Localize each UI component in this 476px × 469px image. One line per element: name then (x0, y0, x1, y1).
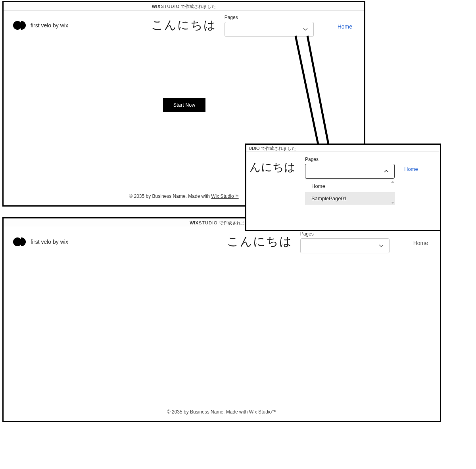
scroll-up-icon (391, 181, 394, 183)
wix-topbar: WIXSTUDIO で作成されました (4, 2, 364, 11)
header-row: first velo by wix こんにちは Pages Home (4, 11, 364, 38)
nav-home-link[interactable]: Home (404, 157, 418, 172)
dropdown-scrollbar[interactable] (391, 180, 395, 205)
nav-home-link[interactable]: Home (397, 231, 430, 246)
pages-label: Pages (305, 157, 395, 162)
site-logo-block: first velo by wix (13, 15, 68, 30)
wix-studio-text: STUDIO (161, 4, 180, 9)
pages-dropdown[interactable] (300, 238, 390, 253)
dropdown-option-samplepage01[interactable]: SamplePage01 (305, 192, 395, 205)
footer-text: © 2035 by Business Name. Made with (129, 193, 211, 199)
footer-wix-link[interactable]: Wix Studio™ (249, 409, 276, 415)
site-title: first velo by wix (31, 239, 68, 245)
pages-dropdown[interactable] (225, 22, 314, 37)
site-title: first velo by wix (31, 22, 68, 29)
greeting-text: こんにちは (227, 231, 292, 250)
preview-panel-samplepage: WIXSTUDIO で作成されました first velo by wix こんに… (2, 217, 441, 422)
greeting-text-partial: んにちは (250, 157, 296, 175)
scroll-down-icon (391, 202, 394, 204)
pages-block: Pages (225, 15, 314, 37)
pages-label: Pages (225, 15, 314, 20)
footer-text: © 2035 by Business Name. Made with (167, 409, 249, 415)
pages-dropdown-open[interactable] (305, 164, 395, 179)
wix-logo-text: WIX (190, 220, 198, 225)
chevron-down-icon (303, 27, 308, 32)
wix-topbar-partial: UDIO で作成されました (246, 145, 440, 152)
site-logo-icon (13, 237, 27, 246)
wix-studio-text: STUDIO (199, 220, 218, 225)
header-row: first velo by wix こんにちは Pages Home (4, 227, 440, 255)
footer-wix-link[interactable]: Wix Studio™ (211, 193, 238, 199)
greeting-text: こんにちは (151, 15, 217, 33)
nav-home-link[interactable]: Home (322, 15, 355, 30)
site-logo-icon (13, 21, 27, 30)
start-now-button[interactable]: Start Now (163, 98, 205, 112)
wix-logo-text: WIX (152, 4, 161, 9)
footer: © 2035 by Business Name. Made with Wix S… (4, 409, 440, 415)
chevron-down-icon (379, 243, 384, 248)
wix-topbar-suffix: で作成されました (181, 4, 216, 9)
chevron-up-icon (384, 169, 389, 174)
dropdown-option-home[interactable]: Home (305, 180, 395, 192)
dropdown-detail-panel: UDIO で作成されました んにちは Pages Home SamplePage… (245, 144, 441, 231)
pages-block-open: Pages Home SamplePage01 (305, 157, 395, 205)
site-logo-block: first velo by wix (13, 231, 68, 246)
pages-label: Pages (300, 231, 390, 237)
pages-block: Pages (300, 231, 390, 253)
pages-dropdown-list: Home SamplePage01 (305, 180, 395, 205)
